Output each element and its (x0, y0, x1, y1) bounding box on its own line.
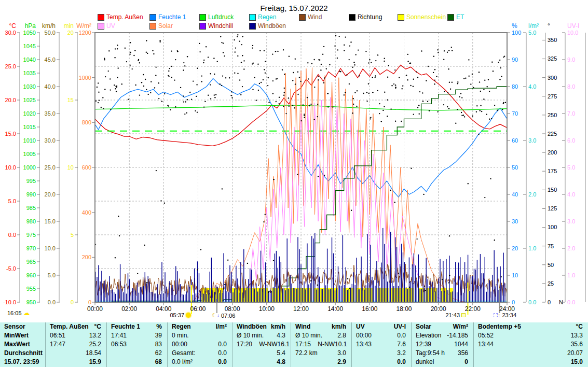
table-cell: 00:000.0 (168, 340, 232, 349)
table-cell: 13:4435.6 (474, 340, 588, 349)
svg-text:350: 350 (548, 37, 557, 43)
table-header: Windkm/h (291, 322, 351, 331)
table-header: Windböenkm/h (233, 322, 291, 331)
svg-text:15.0: 15.0 (5, 131, 16, 137)
svg-text:1000: 1000 (23, 164, 36, 171)
svg-text:30.0: 30.0 (45, 137, 56, 144)
table-column-regen: Regenl/m²0 min.00:000.0Gesamt:0.00.0 l/m… (167, 322, 232, 367)
svg-text:5.0: 5.0 (528, 30, 536, 36)
table-row-label: 15.07. 23:59 (0, 358, 45, 366)
svg-text:3.0: 3.0 (567, 218, 575, 224)
table-column-windb-en: Windböenkm/hØ 10 min.4.317:20 W-NW16.15.… (232, 322, 291, 367)
svg-text:965: 965 (26, 259, 36, 265)
svg-text:°C: °C (9, 22, 17, 30)
svg-text:02:00: 02:00 (121, 305, 137, 313)
marker-time: 07:06 (221, 313, 236, 319)
svg-text:UV-I: UV-I (567, 22, 579, 30)
svg-text:1025: 1025 (23, 97, 36, 103)
marker-moonset: ☾↓07:06 (212, 312, 235, 319)
table-column-bodentemp-5: Bodentemp +5°C05:5213.313:4435.620.0715.… (473, 322, 588, 367)
svg-text:18:00: 18:00 (396, 305, 412, 313)
marker-time: 05:37 (170, 312, 184, 318)
weather-day-chart-page: Freitag, 15.07.2022 Temp. AußenFeuchte 1… (0, 0, 588, 367)
svg-text:20:00: 20:00 (431, 305, 446, 313)
svg-text:75: 75 (548, 243, 554, 249)
svg-text:1010: 1010 (23, 137, 36, 144)
svg-text:5: 5 (71, 232, 74, 238)
marker-moon-culmination: 16:05☁ (7, 310, 30, 316)
table-column-feuchte-1: Feuchte 1%17:413906:53836268 (106, 322, 167, 367)
svg-text:975: 975 (26, 232, 36, 238)
table-cell: 05:5213.3 (474, 331, 588, 340)
x-axis: 00:0002:0004:0006:0008:0010:0012:0014:00… (87, 302, 515, 313)
svg-text:600: 600 (82, 164, 91, 171)
table-column-uv: UVUV-I00:000.013:437.63.20.0 (351, 322, 411, 367)
svg-text:15: 15 (67, 97, 74, 103)
svg-text:W/m²: W/m² (76, 22, 91, 30)
table-cell: 0.0 (352, 358, 411, 366)
svg-text:960: 960 (26, 272, 36, 278)
table-cell: 17:4139 (107, 331, 167, 340)
svg-text:20.0: 20.0 (5, 97, 16, 103)
svg-text:20: 20 (67, 30, 74, 36)
table-row-label: Durchschnitt (0, 349, 45, 358)
svg-text:0.0: 0.0 (528, 299, 536, 305)
moonrise-icon: ↑ (494, 312, 501, 318)
svg-text:1035: 1035 (23, 70, 36, 76)
table-header: UVUV-I (352, 322, 411, 331)
svg-text:14:00: 14:00 (327, 305, 343, 313)
table-cell: Ø 10 min.4.3 (233, 331, 291, 340)
table-cell: Gesamt:0.0 (168, 349, 232, 358)
table-cell: 13:437.6 (352, 340, 411, 349)
svg-text:km/h: km/h (42, 22, 56, 30)
svg-text:25.0: 25.0 (5, 63, 16, 69)
svg-text:40: 40 (512, 191, 518, 197)
svg-text:1015: 1015 (23, 124, 36, 130)
marker-time: 21:43 (445, 312, 460, 318)
chart-plot: 30.025.020.015.010.05.00.0-5.0-10.0°C105… (0, 0, 588, 321)
svg-text:50: 50 (548, 262, 554, 268)
svg-text:hPa: hPa (25, 22, 36, 30)
svg-text:0.0: 0.0 (567, 299, 575, 305)
svg-text:4.0: 4.0 (528, 83, 536, 90)
svg-text:10.0: 10.0 (5, 164, 16, 171)
svg-text:min: min (64, 22, 74, 30)
svg-text:20: 20 (512, 245, 518, 251)
svg-text:980: 980 (26, 218, 36, 224)
svg-text:400: 400 (82, 209, 91, 216)
svg-text:300: 300 (548, 75, 557, 81)
table-row-label: MaxWert (0, 340, 45, 349)
svg-text:970: 970 (26, 245, 36, 251)
svg-text:3.0: 3.0 (528, 137, 536, 144)
svg-text:06:00: 06:00 (190, 305, 206, 313)
svg-text:1050: 1050 (23, 30, 36, 36)
table-header-sensor: Sensor (0, 322, 45, 331)
svg-text:5.0: 5.0 (567, 164, 575, 171)
svg-text:995: 995 (26, 178, 36, 184)
svg-text:0: 0 (512, 299, 515, 305)
svg-text:12:00: 12:00 (293, 305, 309, 313)
svg-text:100: 100 (548, 224, 557, 230)
moon-cloud-icon: ☁ (23, 310, 30, 316)
table-cell: dunkel0 (412, 358, 473, 366)
table-cell: 15.0 (474, 358, 588, 366)
svg-text:0: 0 (71, 299, 74, 305)
svg-text:-10.0: -10.0 (3, 299, 16, 305)
svg-text:10: 10 (512, 272, 518, 278)
svg-text:1020: 1020 (23, 110, 36, 117)
svg-text:25.0: 25.0 (45, 164, 56, 171)
table-cell: 0.0 l/m²0.0 (168, 358, 232, 366)
table-cell: Ø 10 min.2.8 (291, 331, 351, 340)
moonset-icon: ☾↓ (212, 312, 220, 319)
table-cell: 62 (107, 349, 167, 358)
svg-text:200: 200 (548, 149, 557, 156)
svg-text:30.0: 30.0 (5, 30, 16, 36)
svg-text:2.0: 2.0 (528, 191, 536, 197)
svg-text:100: 100 (512, 30, 521, 36)
svg-text:985: 985 (26, 205, 36, 211)
svg-text:20.0: 20.0 (45, 191, 56, 197)
svg-text:5.0: 5.0 (8, 198, 16, 204)
table-header: Feuchte 1% (107, 322, 167, 331)
svg-text:16:00: 16:00 (362, 305, 377, 313)
table-header: SolarW/m² (412, 322, 473, 331)
